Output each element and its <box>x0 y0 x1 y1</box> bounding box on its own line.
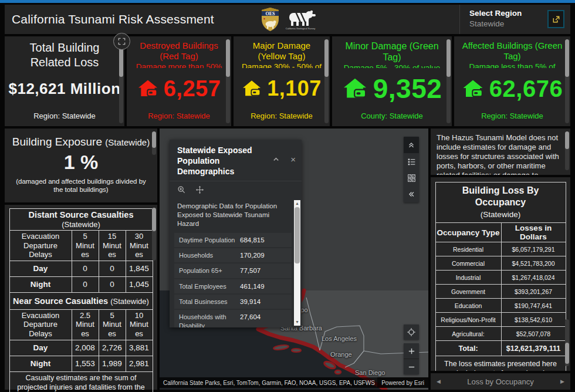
kpi-card-major-damage: Major Damage (Yellow Tag) Damage 30% - 5… <box>234 36 330 126</box>
chevrons-left-icon <box>407 190 415 198</box>
kpi-footer: Region: Statewide <box>5 111 124 120</box>
zoom-out-button[interactable] <box>404 359 419 374</box>
cgs-caption: California Geological Survey <box>286 27 315 30</box>
casualties-panel: Distant Source Casualties (Statewide) Ev… <box>5 205 157 390</box>
collapse-up-button[interactable] <box>404 137 419 153</box>
browser-accent-strip <box>0 0 575 3</box>
kpi-subtitle: Damage 30% - 50% of value <box>241 62 323 68</box>
popup-title: Statewide Exposed Population Demographic… <box>177 146 262 177</box>
table-row: Education$190,747,641 <box>435 299 566 313</box>
table-row: Day 0 0 1,845 <box>9 261 153 276</box>
col-occupancy-type: Occupancy Type <box>435 223 501 242</box>
exposure-value: 1 % <box>5 151 157 174</box>
open-region-selector-button[interactable] <box>547 10 564 28</box>
attribution-sources: California State Parks, Esri, TomTom, Ga… <box>160 380 377 386</box>
popup-row: Population 65+77,507 <box>174 263 292 278</box>
basemap-button[interactable] <box>404 170 419 186</box>
table-row-total: Total:$12,621,379,111 <box>435 341 566 356</box>
popup-toolbar <box>170 181 302 198</box>
table-row: Residential$6,057,179,291 <box>435 242 566 256</box>
table-row: Night 1,553 1,989 2,981 <box>9 356 153 371</box>
scrollbar-thumb[interactable] <box>295 207 300 263</box>
kpi-footer: Region: Statewide <box>234 111 330 120</box>
building-loss-panel: Building Loss By Occupancy(Statewide) Oc… <box>431 177 570 371</box>
zoom-to-icon[interactable] <box>177 185 186 194</box>
near-casualties-title: Near Source Casualties (Statewide) <box>9 292 153 309</box>
popup-scrollbar[interactable]: ▲ ▼ <box>294 200 300 326</box>
expand-element-icon[interactable] <box>113 33 130 50</box>
table-row: Commercial$4,521,783,200 <box>435 256 566 271</box>
building-loss-table: Building Loss By Occupancy(Statewide) Oc… <box>435 182 566 371</box>
kpi-subtitle: Damage 5% - 30% of value <box>339 63 445 68</box>
exposure-caption: (damaged and affected buildings divided … <box>5 177 157 194</box>
legend-button[interactable] <box>404 153 419 170</box>
basemap-icon <box>407 174 416 183</box>
house-tag-icon <box>342 77 368 100</box>
city-label-san-diego: San Diego <box>355 369 385 376</box>
city-label-orange: Orange <box>330 351 352 358</box>
popup-row: Total Businesses39,914 <box>174 295 292 309</box>
kpi-title: Total Building Related Loss <box>12 40 117 68</box>
carousel-next-icon[interactable]: ▶ <box>554 379 570 384</box>
casualties-table: Distant Source Casualties (Statewide) Ev… <box>9 208 153 392</box>
carousel-prev-icon[interactable]: ◀ <box>431 379 447 384</box>
card-scrollbar[interactable] <box>324 39 329 123</box>
zoom-out-icon <box>408 363 415 371</box>
kpi-card-minor-damage: Minor Damage (Green Tag) Damage 5% - 30%… <box>332 36 452 126</box>
scroll-down-icon[interactable]: ▼ <box>294 319 300 325</box>
casualties-footnote: Casualty estimates are the sum of projec… <box>9 371 153 392</box>
locate-icon <box>407 327 416 337</box>
building-exposure-panel: Building Exposure (Statewide) 1 % (damag… <box>5 129 157 202</box>
cgs-logo: California Geological Survey <box>285 8 316 31</box>
panel-scrollbar[interactable] <box>152 131 156 155</box>
close-icon[interactable]: × <box>290 155 296 164</box>
kpi-value: 1,107 <box>267 76 322 101</box>
col-losses: Losses in Dollars <box>501 223 566 242</box>
zoom-in-icon <box>408 347 415 355</box>
col-5min: 5 Minutes <box>99 309 126 340</box>
collapse-popup-icon[interactable] <box>272 156 280 163</box>
hazus-note-text: The Hazus Tsunami Model does not include… <box>431 129 570 175</box>
kpi-subtitle: Damage more than 50% of value <box>134 62 224 68</box>
card-scrollbar[interactable] <box>447 39 451 123</box>
popup-row: Households with Disability27,604 <box>174 310 292 327</box>
table-row: Religious/Non-Profit$138,542,610 <box>435 313 566 327</box>
col-30min: 30 Minutes <box>126 231 153 261</box>
scroll-up-icon[interactable]: ▲ <box>294 201 300 207</box>
zoom-control <box>404 343 419 374</box>
card-scrollbar[interactable] <box>565 39 569 123</box>
house-tag-icon <box>242 80 262 97</box>
popup-row: Daytime Population684,815 <box>174 233 292 247</box>
col-header: Evacuation Departure Delays <box>9 309 72 340</box>
kpi-title: Destroyed Buildings (Red Tag) <box>134 40 224 62</box>
house-tag-icon <box>137 79 158 98</box>
panel-scrollbar[interactable] <box>152 208 156 261</box>
popup-subtitle: Demographic Data for Population Exposed … <box>170 198 302 233</box>
card-scrollbar[interactable] <box>226 39 230 123</box>
kpi-title: Minor Damage (Green Tag) <box>339 40 445 63</box>
col-10min: 10 Minutes <box>126 309 153 340</box>
kpi-title: Affected Buildings (Green Tag) <box>461 40 563 62</box>
chevrons-up-icon <box>407 141 415 149</box>
table-row: Agricultural:$52,507,078 <box>435 327 566 341</box>
select-region-value[interactable]: Statewide <box>469 19 504 28</box>
card-scrollbar[interactable] <box>119 39 123 123</box>
collapse-panel-button[interactable] <box>404 186 419 202</box>
locate-button[interactable] <box>404 325 419 340</box>
kpi-card-affected: Affected Buildings (Green Tag) Damage le… <box>454 36 570 126</box>
zoom-in-button[interactable] <box>404 343 419 359</box>
pan-to-icon[interactable] <box>195 185 204 194</box>
select-region-label: Select Region <box>469 9 522 18</box>
powered-by-esri[interactable]: Powered by Esri <box>377 377 428 388</box>
kpi-card-total-loss: Total Building Related Loss $12,621 Mill… <box>5 36 124 126</box>
legend-icon <box>407 157 416 166</box>
panel-scrollbar[interactable] <box>565 319 569 366</box>
popup-content: Demographic Data for Population Exposed … <box>170 198 302 327</box>
popup-row: Total Employees461,149 <box>174 279 292 293</box>
exposure-suffix: (Statewide) <box>105 137 150 147</box>
map[interactable]: San Luis Obispo Santa Barbara Los Angele… <box>160 129 428 390</box>
kpi-card-destroyed: Destroyed Buildings (Red Tag) Damage mor… <box>127 36 231 126</box>
panel-scrollbar[interactable] <box>565 131 569 170</box>
kpi-value: 6,257 <box>164 76 221 102</box>
kpi-subtitle: Damage less than 5% of value <box>461 62 563 68</box>
